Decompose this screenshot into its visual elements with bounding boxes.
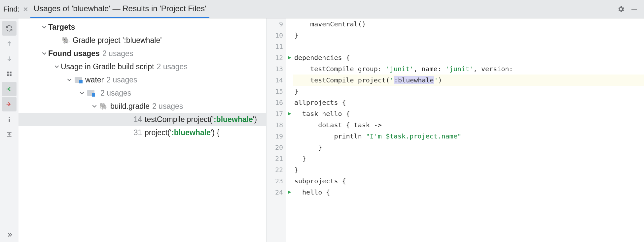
file-label: build.gradle	[110, 102, 150, 111]
folder-label: water	[85, 76, 104, 84]
group-by-icon[interactable]	[2, 67, 17, 81]
find-tab-title: Usages of 'bluewhale' — Results in 'Proj…	[34, 4, 206, 13]
close-tab-icon[interactable]: ✕	[23, 5, 28, 13]
preview-editor: 9101112131415161718192021222324 mavenCen…	[266, 18, 644, 242]
file-node[interactable]: 🐘 build.gradle 2 usages	[18, 100, 266, 113]
hit-text: project(':bluewhale') {	[145, 128, 219, 137]
svg-rect-4	[10, 75, 12, 76]
found-usages-node[interactable]: Found usages 2 usages	[18, 47, 266, 60]
svg-rect-1	[7, 72, 9, 73]
svg-rect-0	[631, 9, 637, 10]
find-label: Find:	[3, 5, 19, 14]
chevron-down-icon	[65, 77, 73, 82]
info-icon[interactable]	[2, 112, 17, 127]
usage-hit[interactable]: 14testCompile project(':bluewhale')	[18, 113, 266, 126]
find-header: Find: ✕ Usages of 'bluewhale' — Results …	[0, 0, 644, 18]
targets-label: Targets	[48, 23, 75, 32]
chevron-down-icon	[40, 51, 48, 56]
usage-group-node[interactable]: Usage in Gradle build script 2 usages	[18, 60, 266, 73]
chevron-down-icon	[53, 64, 61, 69]
gradle-icon: 🐘	[98, 102, 108, 110]
targets-node[interactable]: Targets	[18, 20, 266, 34]
folder-icon	[86, 90, 96, 96]
file-count: 2 usages	[152, 102, 183, 111]
usage-hit[interactable]: 31project(':bluewhale') {	[18, 126, 266, 139]
editor-code[interactable]: mavenCentral()}dependencies { testCompil…	[293, 18, 644, 242]
chevron-down-icon	[78, 91, 86, 95]
run-gutter	[286, 18, 293, 242]
folder-count: 2 usages	[100, 89, 131, 98]
svg-point-5	[9, 117, 10, 118]
folder-count: 2 usages	[106, 76, 137, 84]
found-usages-label: Found usages	[48, 49, 100, 58]
prev-occurrence-icon[interactable]	[2, 36, 17, 51]
export-icon[interactable]	[2, 97, 17, 111]
expand-all-icon[interactable]	[2, 127, 17, 142]
minimize-icon[interactable]	[627, 3, 641, 16]
hit-text: testCompile project(':bluewhale')	[145, 115, 257, 124]
folder-node[interactable]: water 2 usages	[18, 73, 266, 86]
gradle-icon: 🐘	[61, 36, 71, 44]
folder-node[interactable]: 2 usages	[18, 86, 266, 100]
chevron-down-icon	[90, 104, 98, 108]
rerun-icon[interactable]	[2, 21, 17, 36]
usage-group-count: 2 usages	[157, 62, 188, 71]
svg-rect-6	[9, 119, 10, 122]
gear-icon[interactable]	[614, 3, 627, 16]
more-icon[interactable]	[2, 227, 17, 242]
next-occurrence-icon[interactable]	[2, 51, 17, 66]
hit-line-number: 31	[126, 128, 142, 137]
folder-icon	[73, 77, 83, 83]
hit-line-number: 14	[126, 115, 142, 124]
editor-gutter: 9101112131415161718192021222324	[267, 18, 286, 242]
find-toolbar	[0, 18, 18, 242]
usages-tree: Targets 🐘 Gradle project ':bluewhale' Fo…	[18, 18, 266, 242]
chevron-down-icon	[40, 25, 48, 29]
usage-group-label: Usage in Gradle build script	[61, 62, 154, 71]
import-icon[interactable]	[2, 82, 17, 96]
find-tab[interactable]: Usages of 'bluewhale' — Results in 'Proj…	[30, 0, 210, 18]
svg-rect-2	[10, 72, 12, 73]
svg-rect-3	[7, 75, 9, 76]
gradle-project-label: Gradle project ':bluewhale'	[73, 36, 162, 45]
gradle-project-node[interactable]: 🐘 Gradle project ':bluewhale'	[18, 34, 266, 47]
found-usages-count: 2 usages	[102, 49, 133, 58]
